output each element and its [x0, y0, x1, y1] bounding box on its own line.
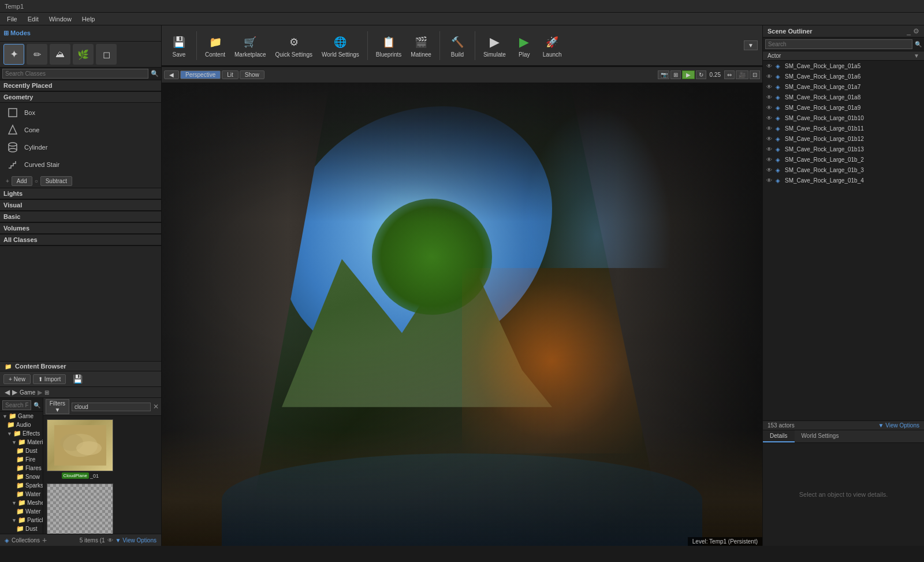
folder-sparks[interactable]: 📁Sparks: [0, 481, 43, 490]
so-item-11[interactable]: 👁 ◈ SM_Cave_Rock_Large_01b_3: [763, 165, 924, 175]
toolbar-simulate[interactable]: ▶ Simulate: [480, 31, 509, 59]
cb-filters-btn[interactable]: Filters ▼: [46, 399, 69, 414]
curved-stair-label: Curved Stair: [24, 161, 59, 168]
folder-snow[interactable]: 📁Snow: [0, 472, 43, 481]
so-item-7[interactable]: 👁 ◈ SM_Cave_Rock_Large_01b11: [763, 123, 924, 133]
geo-subtract-btn[interactable]: Subtract: [40, 176, 72, 186]
vt-maximize[interactable]: ⊡: [750, 70, 760, 79]
cb-import-btn[interactable]: ⬆ Import: [33, 374, 66, 384]
menu-window[interactable]: Window: [44, 14, 76, 24]
folder-flares[interactable]: 📁Flares: [0, 464, 43, 472]
so-minimize[interactable]: _: [907, 27, 911, 35]
so-item-9[interactable]: 👁 ◈ SM_Cave_Rock_Large_01b13: [763, 144, 924, 154]
sort-icon[interactable]: ▼: [914, 53, 919, 59]
all-classes-header[interactable]: All Classes: [0, 235, 161, 245]
visual-header[interactable]: Visual: [0, 200, 161, 211]
geometry-header[interactable]: Geometry: [0, 92, 161, 103]
so-item-5[interactable]: 👁 ◈ SM_Cave_Rock_Large_01a9: [763, 102, 924, 113]
menu-file[interactable]: File: [2, 14, 22, 24]
geometry-cylinder[interactable]: Cylinder: [0, 139, 161, 156]
paint-mode-btn[interactable]: ✏: [27, 44, 47, 65]
folder-materials[interactable]: ▼ 📁 Materials: [0, 438, 43, 446]
so-item-1[interactable]: 👁 ◈ SM_Cave_Rock_Large_01a5: [763, 61, 924, 71]
folder-particles[interactable]: ▼ 📁 Particles: [0, 516, 43, 524]
so-item-4[interactable]: 👁 ◈ SM_Cave_Rock_Large_01a8: [763, 92, 924, 102]
so-item-2[interactable]: 👁 ◈ SM_Cave_Rock_Large_01a6: [763, 71, 924, 81]
so-item-6[interactable]: 👁 ◈ SM_Cave_Rock_Large_01b10: [763, 113, 924, 123]
folder-water2[interactable]: 📁Water: [0, 507, 43, 516]
vt-rot-snap[interactable]: ↻: [696, 70, 706, 79]
tab-world-settings[interactable]: World Settings: [795, 430, 846, 442]
cb-save-btn[interactable]: 💾: [68, 373, 87, 385]
folder-dust[interactable]: 📁Dust: [0, 446, 43, 455]
asset-mcloud2[interactable]: M_ Cloud _2: [46, 482, 115, 534]
geometry-curved-stair[interactable]: Curved Stair: [0, 156, 161, 173]
geo-add-btn[interactable]: Add: [12, 176, 32, 186]
geometry-cone[interactable]: Cone: [0, 121, 161, 139]
toolbar-marketplace[interactable]: 🛒 Marketplace: [231, 31, 269, 59]
volumes-header[interactable]: Volumes: [0, 223, 161, 234]
folder-meshes-effects[interactable]: ▼ 📁 Meshes: [0, 498, 43, 507]
cb-forward-btn[interactable]: ▶: [12, 388, 17, 396]
folder-audio[interactable]: 📁 Audio: [0, 420, 43, 429]
so-item-10[interactable]: 👁 ◈ SM_Cave_Rock_Large_01b_2: [763, 154, 924, 165]
cb-view-options[interactable]: ▼ View Options: [116, 537, 157, 544]
cb-back-btn[interactable]: ◀: [5, 388, 10, 396]
geometry-box[interactable]: Box: [0, 104, 161, 121]
toolbar-content[interactable]: 📁 Content: [202, 31, 229, 59]
vt-back-btn[interactable]: ◀: [164, 70, 179, 79]
vt-cam-btn[interactable]: 📷: [658, 70, 669, 79]
vt-cam-speed[interactable]: 🎥: [736, 70, 748, 79]
geometry-mode-btn[interactable]: ◻: [96, 44, 117, 65]
place-mode-btn[interactable]: ✦: [3, 44, 24, 65]
folder-game[interactable]: ▼ 📁 Game: [0, 412, 43, 420]
folder-pdust[interactable]: 📁Dust: [0, 524, 43, 533]
so-item-12[interactable]: 👁 ◈ SM_Cave_Rock_Large_01b_4: [763, 175, 924, 185]
cb-add-collection[interactable]: +: [42, 535, 47, 545]
so-item-3[interactable]: 👁 ◈ SM_Cave_Rock_Large_01a7: [763, 81, 924, 92]
vt-lit-btn[interactable]: Lit: [222, 70, 239, 79]
vt-show-btn[interactable]: Show: [240, 70, 264, 79]
vt-scale-snap[interactable]: ⇔: [724, 70, 735, 79]
cb-path-game[interactable]: Game: [20, 389, 35, 396]
toolbar-play[interactable]: ▶ Play: [512, 31, 537, 59]
so-item-8[interactable]: 👁 ◈ SM_Cave_Rock_Large_01b12: [763, 133, 924, 144]
cb-footer: ◈ Collections + 5 items (1 👁 ▼ View Opti…: [0, 534, 161, 546]
recently-placed-header[interactable]: Recently Placed: [0, 80, 161, 91]
so-view-options[interactable]: ▼ View Options: [878, 422, 919, 429]
menu-edit[interactable]: Edit: [23, 14, 43, 24]
vt-grid-snap[interactable]: ⊞: [670, 70, 681, 79]
folder-fire[interactable]: 📁Fire: [0, 455, 43, 464]
landscape-mode-btn[interactable]: ⛰: [50, 44, 70, 65]
toolbar-quick-settings[interactable]: ⚙ Quick Settings: [272, 31, 316, 59]
cb-folder-search-input[interactable]: [2, 400, 31, 410]
toolbar-launch-dropdown[interactable]: ▼: [744, 40, 758, 50]
menu-help[interactable]: Help: [77, 14, 100, 24]
toolbar-blueprints[interactable]: 📋 Blueprints: [372, 31, 405, 59]
basic-header[interactable]: Basic: [0, 211, 161, 222]
toolbar-build[interactable]: 🔨 Build: [445, 31, 470, 59]
toolbar-launch[interactable]: 🚀 Launch: [539, 31, 565, 59]
folder-water[interactable]: 📁Water: [0, 490, 43, 498]
cb-new-btn[interactable]: + New: [3, 374, 31, 384]
foliage-mode-btn[interactable]: 🌿: [73, 44, 94, 65]
viewport[interactable]: Level: Temp1 (Persistent): [162, 83, 762, 546]
toolbar-world-settings[interactable]: 🌐 World Settings: [318, 31, 363, 59]
so-search-input[interactable]: [765, 39, 912, 49]
folder-effects[interactable]: ▼ 📁 Effects: [0, 429, 43, 438]
vt-snap-toggle[interactable]: ▶: [682, 70, 695, 79]
eye-icon-9: 👁: [766, 146, 773, 152]
cb-search-input[interactable]: [72, 403, 151, 411]
vt-perspective-btn[interactable]: Perspective: [180, 70, 221, 79]
toolbar-save[interactable]: 💾 Save: [166, 31, 192, 59]
place-search-input[interactable]: [2, 69, 148, 79]
volumes-section: Volumes: [0, 223, 161, 235]
toolbar-matinee[interactable]: 🎬 Matinee: [407, 31, 435, 59]
asset-cloudplane01[interactable]: CloudPlane _01: [46, 418, 115, 480]
lights-header[interactable]: Lights: [0, 188, 161, 199]
tab-details[interactable]: Details: [763, 430, 795, 442]
cb-path-menu[interactable]: ⊞: [44, 389, 49, 396]
scene-outliner: Scene Outliner _ ⚙ 🔍 Actor ▼ 👁 ◈ SM_Cave…: [763, 25, 924, 430]
so-settings[interactable]: ⚙: [913, 27, 919, 35]
cb-search-clear[interactable]: ✕: [153, 403, 159, 411]
